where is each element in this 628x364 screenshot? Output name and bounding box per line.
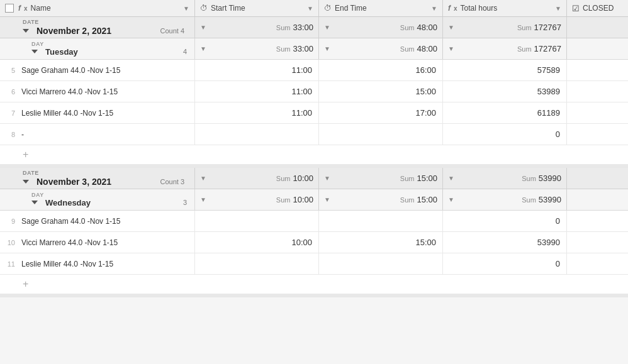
date-count-badge: Count 3 bbox=[160, 178, 189, 185]
row-name-text: Vicci Marrero 44.0 -Nov 1-15 bbox=[21, 238, 118, 247]
row-total-hours: 53989 bbox=[443, 81, 567, 102]
date-group-title: November 2, 2021 Count 4 bbox=[23, 26, 189, 36]
date-group-name-cell[interactable]: DATE November 2, 2021 Count 4 bbox=[0, 17, 195, 38]
row-end-time bbox=[319, 211, 443, 231]
header-name[interactable]: fx Name ▼ bbox=[0, 0, 195, 16]
sum-caret-start: ▼ bbox=[200, 24, 206, 31]
row-number: 7 bbox=[5, 109, 15, 117]
row-start-time: 11:00 bbox=[195, 60, 319, 80]
header-end-caret[interactable]: ▼ bbox=[431, 5, 437, 12]
row-start-time bbox=[195, 253, 319, 274]
chevron-down-day-icon[interactable] bbox=[31, 201, 38, 204]
day-sum-value-start: 33:00 bbox=[293, 44, 313, 53]
date-count-badge: Count 4 bbox=[160, 27, 189, 35]
row-start-time: 11:00 bbox=[195, 81, 319, 102]
header-name-caret[interactable]: ▼ bbox=[183, 5, 189, 12]
sum-value-end: 15:00 bbox=[417, 174, 437, 183]
row-end-time bbox=[319, 124, 443, 145]
row-start-time bbox=[195, 124, 319, 145]
day-sum-start: ▼ Sum 10:00 bbox=[195, 189, 319, 210]
day-sum-total: ▼ Sum 53990 bbox=[443, 189, 567, 210]
day-sum-caret-end: ▼ bbox=[324, 196, 330, 203]
row-end-time: 17:00 bbox=[319, 102, 443, 123]
row-total-hours: 0 bbox=[443, 211, 567, 231]
row-number: 5 bbox=[5, 67, 15, 74]
fx-icon: f bbox=[18, 4, 21, 13]
date-group-title: November 3, 2021 Count 3 bbox=[23, 177, 189, 187]
date-sum-end: ▼ Sum 15:00 bbox=[319, 168, 443, 189]
table-row[interactable]: 9 Sage Graham 44.0 -Nov 1-15 0 bbox=[0, 211, 628, 232]
chevron-down-day-icon[interactable] bbox=[31, 50, 38, 53]
sum-label-start: Sum bbox=[276, 24, 291, 31]
sections-container: DATE November 2, 2021 Count 4 ▼ Sum 33:0… bbox=[0, 17, 628, 297]
row-name-cell: 5 Sage Graham 44.0 -Nov 1-15 bbox=[0, 60, 195, 80]
date-group-row: DATE November 3, 2021 Count 3 ▼ Sum 10:0… bbox=[0, 168, 628, 189]
day-sum-caret-start: ▼ bbox=[200, 196, 206, 203]
row-closed bbox=[567, 102, 628, 123]
row-end-time: 16:00 bbox=[319, 60, 443, 80]
day-group-name-cell[interactable]: DAY Tuesday 4 bbox=[0, 38, 195, 59]
row-name-cell: 9 Sage Graham 44.0 -Nov 1-15 bbox=[0, 211, 195, 231]
date-sum-start: ▼ Sum 33:00 bbox=[195, 17, 319, 38]
row-name-cell: 11 Leslie Miller 44.0 -Nov 1-15 bbox=[0, 253, 195, 274]
select-all-checkbox[interactable] bbox=[5, 4, 14, 13]
day-sum-value-start: 10:00 bbox=[293, 195, 313, 204]
row-end-time bbox=[319, 253, 443, 274]
day-sum-label-total: Sum bbox=[517, 45, 532, 53]
row-closed bbox=[567, 253, 628, 274]
row-closed bbox=[567, 124, 628, 145]
row-start-time bbox=[195, 211, 319, 231]
date-sum-end: ▼ Sum 48:00 bbox=[319, 17, 443, 38]
row-closed bbox=[567, 81, 628, 102]
row-total-hours: 53990 bbox=[443, 232, 567, 253]
header-total-label: Total hours bbox=[461, 4, 498, 13]
day-sum-label-start: Sum bbox=[276, 196, 291, 204]
main-table: fx Name ▼ ⏱ Start Time ▼ ⏱ End Time ▼ fx… bbox=[0, 0, 628, 297]
chevron-down-icon[interactable] bbox=[23, 29, 29, 33]
table-row[interactable]: 10 Vicci Marrero 44.0 -Nov 1-15 10:00 15… bbox=[0, 232, 628, 253]
row-name-cell: 7 Leslie Miller 44.0 -Nov 1-15 bbox=[0, 102, 195, 123]
row-number: 6 bbox=[5, 88, 15, 96]
row-closed bbox=[567, 211, 628, 231]
header-total-hours[interactable]: fx Total hours ▼ bbox=[443, 0, 567, 16]
day-sum-label-end: Sum bbox=[400, 45, 415, 53]
date-tag-label: DATE bbox=[23, 170, 189, 176]
header-total-caret[interactable]: ▼ bbox=[555, 5, 561, 12]
row-name-text: Vicci Marrero 44.0 -Nov 1-15 bbox=[21, 87, 118, 96]
day-group-name-cell[interactable]: DAY Wednesday 3 bbox=[0, 189, 195, 210]
sum-label-start: Sum bbox=[276, 175, 291, 182]
header-start-time[interactable]: ⏱ Start Time ▼ bbox=[195, 0, 319, 16]
row-name-cell: 8 - bbox=[0, 124, 195, 145]
day-title-row: Tuesday 4 bbox=[31, 47, 189, 57]
add-row-button[interactable]: + bbox=[0, 275, 628, 294]
sum-value-start: 10:00 bbox=[293, 174, 313, 183]
day-sum-caret-end: ▼ bbox=[324, 45, 330, 52]
day-sum-value-end: 15:00 bbox=[417, 195, 437, 204]
day-sum-label-total: Sum bbox=[522, 196, 536, 204]
sum-value-end: 48:00 bbox=[417, 23, 437, 32]
row-end-time: 15:00 bbox=[319, 232, 443, 253]
table-row[interactable]: 7 Leslie Miller 44.0 -Nov 1-15 11:00 17:… bbox=[0, 102, 628, 124]
date-group-name-cell[interactable]: DATE November 3, 2021 Count 3 bbox=[0, 168, 195, 189]
date-sum-start: ▼ Sum 10:00 bbox=[195, 168, 319, 189]
header-start-caret[interactable]: ▼ bbox=[307, 5, 313, 12]
date-group-name: November 3, 2021 bbox=[36, 177, 111, 187]
table-row[interactable]: 8 - 0 bbox=[0, 124, 628, 145]
table-row[interactable]: 5 Sage Graham 44.0 -Nov 1-15 11:00 16:00… bbox=[0, 60, 628, 81]
chevron-down-icon[interactable] bbox=[23, 180, 29, 184]
row-name-text: Sage Graham 44.0 -Nov 1-15 bbox=[21, 66, 120, 75]
table-row[interactable]: 6 Vicci Marrero 44.0 -Nov 1-15 11:00 15:… bbox=[0, 81, 628, 102]
sum-caret-end: ▼ bbox=[324, 175, 330, 182]
sum-value-total: 53990 bbox=[539, 174, 561, 183]
day-closed-cell bbox=[567, 38, 628, 59]
add-row-button[interactable]: + bbox=[0, 145, 628, 164]
header-end-time[interactable]: ⏱ End Time ▼ bbox=[319, 0, 443, 16]
sum-label-total: Sum bbox=[522, 175, 536, 182]
sum-label-total: Sum bbox=[517, 24, 532, 31]
header-closed[interactable]: ☑ CLOSED bbox=[567, 0, 628, 16]
date-sum-total: ▼ Sum 172767 bbox=[443, 17, 567, 38]
table-row[interactable]: 11 Leslie Miller 44.0 -Nov 1-15 0 bbox=[0, 253, 628, 275]
sum-caret-total: ▼ bbox=[448, 24, 454, 31]
row-total-hours: 0 bbox=[443, 253, 567, 274]
day-title-row: Wednesday 3 bbox=[31, 198, 189, 207]
